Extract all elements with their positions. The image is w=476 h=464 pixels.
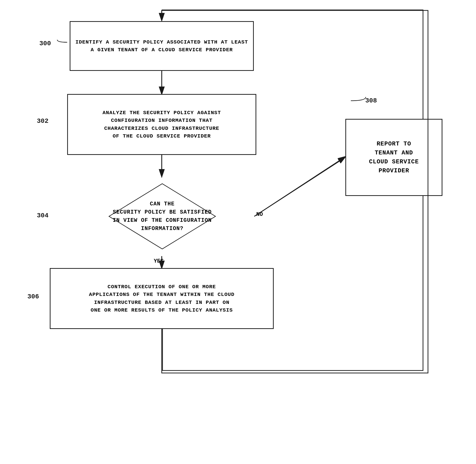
diamond-304: CAN THESECURITY POLICY BE SATISFIEDIN VI… — [107, 182, 217, 251]
svg-line-6 — [254, 157, 345, 216]
yes-label: YES — [154, 258, 164, 264]
box-306: CONTROL EXECUTION OF ONE OR MOREAPPLICAT… — [50, 268, 274, 329]
box-300: IDENTIFY A SECURITY POLICY ASSOCIATED WI… — [70, 21, 254, 71]
no-label: NO — [256, 211, 263, 218]
label-302: 302 — [37, 117, 49, 125]
brace-308 — [346, 96, 371, 102]
diagram-container: IDENTIFY A SECURITY POLICY ASSOCIATED WI… — [0, 0, 476, 464]
brace-300 — [47, 39, 70, 46]
label-304: 304 — [37, 212, 49, 219]
diamond-304-wrapper: CAN THESECURITY POLICY BE SATISFIEDIN VI… — [70, 177, 254, 256]
label-306: 306 — [27, 293, 39, 300]
box-308: REPORT TOTENANT ANDCLOUD SERVICEPROVIDER — [345, 119, 442, 196]
box-302: ANALYZE THE SECURITY POLICY AGAINSTCONFI… — [67, 94, 256, 155]
svg-line-13 — [254, 158, 345, 216]
